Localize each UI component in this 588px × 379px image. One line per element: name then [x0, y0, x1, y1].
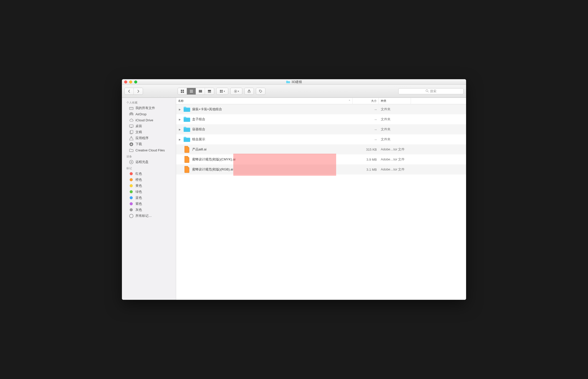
table-row[interactable]: 产品ai8.ai315 KBAdobe…tor 文件: [176, 144, 466, 154]
sidebar-item[interactable]: 蓝色: [122, 195, 176, 201]
search-placeholder: 搜索: [430, 89, 436, 93]
column-header-name[interactable]: 名称 ⌃: [176, 98, 353, 104]
sidebar-item[interactable]: 橙色: [122, 177, 176, 183]
file-kind: Adobe…tor 文件: [379, 147, 411, 152]
nav-buttons: [124, 88, 143, 95]
sidebar-item[interactable]: 绿色: [122, 189, 176, 195]
window-title: 3D建模: [122, 80, 466, 84]
file-name: 组合展示: [192, 137, 205, 142]
sidebar-item-label: 蓝色: [135, 196, 142, 200]
sidebar: 个人收藏我的所有文件AirDropiCloud Drive桌面文稿应用程序下载C…: [122, 98, 176, 300]
minimize-window-button[interactable]: [129, 80, 132, 83]
share-group: [244, 88, 254, 95]
tag-dot: [129, 189, 133, 194]
column-view-button[interactable]: [196, 88, 205, 94]
file-kind: 文件夹: [379, 117, 411, 122]
tag-dot: [129, 171, 133, 176]
edit-tags-button[interactable]: [256, 88, 265, 94]
traffic-lights: [124, 80, 137, 83]
all-tags-icon: [129, 214, 133, 218]
sidebar-item[interactable]: 应用程序: [122, 135, 176, 141]
disclosure-triangle-icon[interactable]: ▶: [178, 118, 182, 121]
sidebar-item[interactable]: iCloud Drive: [122, 117, 176, 123]
sidebar-item[interactable]: 远程光盘: [122, 159, 176, 165]
list-view-button[interactable]: [187, 88, 196, 94]
folder-icon: [129, 148, 133, 152]
sidebar-item[interactable]: 桌面: [122, 123, 176, 129]
file-size: --: [353, 138, 379, 141]
sidebar-heading: 标记: [122, 165, 176, 171]
file-name: 袋装+卡装+其他组合: [192, 107, 222, 112]
downloads-icon: [129, 142, 133, 146]
table-row[interactable]: ▶容器组合--文件夹: [176, 124, 466, 134]
tag-dot: [129, 196, 133, 200]
table-row[interactable]: ▶袋装+卡装+其他组合--文件夹: [176, 104, 466, 114]
file-list: 名称 ⌃ 大小 种类 ▶袋装+卡装+其他组合--文件夹▶盒子组合--文件夹▶容器…: [176, 98, 466, 300]
folder-icon: [183, 136, 191, 143]
sidebar-item-label: 红色: [135, 171, 142, 176]
sidebar-item-label: 下载: [135, 142, 142, 146]
toolbar: ▾ ▾ 搜索: [122, 85, 466, 98]
forward-button[interactable]: [134, 88, 143, 94]
apps-icon: [129, 136, 133, 140]
disclosure-triangle-icon[interactable]: ▶: [178, 108, 182, 111]
documents-icon: [129, 130, 133, 134]
column-header-spacer: [411, 98, 466, 104]
table-row[interactable]: ▶组合展示--文件夹: [176, 134, 466, 144]
arrange-button[interactable]: ▾: [216, 88, 228, 94]
column-header-kind[interactable]: 种类: [379, 98, 411, 104]
disclosure-triangle-icon[interactable]: ▶: [178, 128, 182, 131]
column-header-size[interactable]: 大小: [353, 98, 379, 104]
file-kind: 文件夹: [379, 107, 411, 112]
sidebar-item[interactable]: 紫色: [122, 201, 176, 207]
sidebar-item[interactable]: 我的所有文件: [122, 105, 176, 111]
file-size: 3.9 MB: [353, 158, 379, 161]
sidebar-item-label: 我的所有文件: [135, 106, 155, 110]
action-button[interactable]: ▾: [231, 88, 242, 94]
file-kind: Adobe…tor 文件: [379, 167, 411, 172]
sidebar-item-label: 紫色: [135, 202, 142, 206]
disc-icon: [129, 160, 133, 164]
table-row[interactable]: 蜜蜂设计规范(初版)(CMYK).ai3.9 MBAdobe…tor 文件: [176, 154, 466, 164]
folder-icon: [183, 126, 191, 133]
columns-header: 名称 ⌃ 大小 种类: [176, 98, 466, 104]
table-row[interactable]: ▶盒子组合--文件夹: [176, 114, 466, 124]
file-kind: 文件夹: [379, 137, 411, 142]
sidebar-item[interactable]: 文稿: [122, 129, 176, 135]
search-field[interactable]: 搜索: [398, 88, 464, 94]
icon-view-button[interactable]: [178, 88, 187, 94]
coverflow-view-button[interactable]: [205, 88, 214, 94]
folder-icon: [183, 116, 191, 123]
sidebar-item[interactable]: 灰色: [122, 207, 176, 213]
titlebar[interactable]: 3D建模: [122, 79, 466, 85]
tag-dot: [129, 183, 133, 188]
sidebar-item-label: 远程光盘: [135, 160, 149, 164]
share-button[interactable]: [245, 88, 254, 94]
folder-icon: [183, 106, 191, 113]
window-title-text: 3D建模: [291, 80, 302, 84]
view-switcher: [178, 88, 214, 95]
table-row[interactable]: 蜜蜂设计规范(初版)(RGB).ai3.1 MBAdobe…tor 文件: [176, 164, 466, 174]
sidebar-item[interactable]: 黄色: [122, 183, 176, 189]
file-rows: ▶袋装+卡装+其他组合--文件夹▶盒子组合--文件夹▶容器组合--文件夹▶组合展…: [176, 104, 466, 300]
disclosure-triangle-icon[interactable]: ▶: [178, 138, 182, 141]
sidebar-heading: 个人收藏: [122, 99, 176, 105]
sidebar-item-label: 绿色: [135, 189, 142, 194]
sidebar-item[interactable]: Creative Cloud Files: [122, 147, 176, 153]
action-group: ▾: [230, 88, 242, 95]
close-window-button[interactable]: [124, 80, 127, 83]
back-button[interactable]: [125, 88, 134, 94]
fullscreen-window-button[interactable]: [134, 80, 137, 83]
sidebar-item[interactable]: 所有标记…: [122, 213, 176, 219]
sort-indicator-icon: ⌃: [348, 100, 350, 102]
sidebar-item[interactable]: AirDrop: [122, 111, 176, 117]
sidebar-item[interactable]: 红色: [122, 171, 176, 177]
tag-dot: [129, 208, 133, 212]
sidebar-item-label: 桌面: [135, 124, 142, 128]
cloud-icon: [129, 118, 133, 122]
airdrop-icon: [129, 112, 133, 116]
sidebar-item-label: 橙色: [135, 177, 142, 182]
file-size: 315 KB: [353, 148, 379, 151]
sidebar-item[interactable]: 下载: [122, 141, 176, 147]
sidebar-item-label: iCloud Drive: [135, 118, 153, 122]
